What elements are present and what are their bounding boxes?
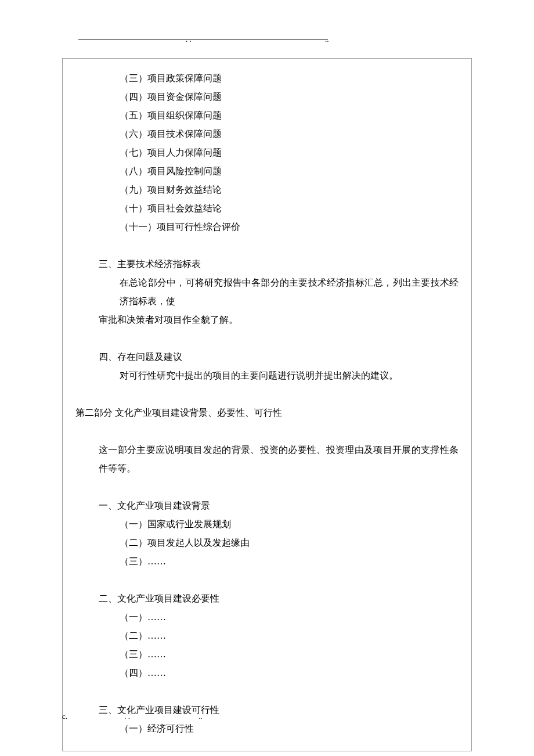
section-title: 三、主要技术经济指标表 (75, 255, 459, 273)
list-item: （三）项目政策保障问题 (75, 69, 459, 88)
header-dots: .. (325, 35, 329, 44)
list-item: （十一）项目可行性综合评价 (75, 218, 459, 236)
page-footer: c. . . .. (62, 712, 203, 721)
paragraph: 这一部分主要应说明项目发起的背景、投资的必要性、投资理由及项目开展的支撑性条件等… (75, 441, 459, 478)
list-item: （一）经济可行性 (75, 719, 459, 738)
list-item: （八）项目风险控制问题 (75, 162, 459, 181)
paragraph: 在总论部分中，可将研究报告中各部分的主要技术经济指标汇总，列出主要技术经济指标表… (75, 273, 459, 311)
section-title: 二、文化产业项目建设必要性 (75, 589, 459, 608)
list-item: （五）项目组织保障问题 (75, 106, 459, 125)
section-title: 四、存在问题及建议 (75, 348, 459, 366)
paragraph-text: 这一部分主要应说明项目发起的背景、投资的必要性、投资理由及项目开展的支撑性条件等… (99, 445, 459, 473)
part-title: 第二部分 文化产业项目建设背景、必要性、可行性 (75, 404, 459, 422)
section-title: 一、文化产业项目建设背景 (75, 496, 459, 515)
list-item: （四）…… (75, 664, 459, 682)
header-dots: . . (186, 35, 192, 44)
list-item: （十）项目社会效益结论 (75, 199, 459, 218)
list-item: （三）…… (75, 645, 459, 664)
footer-dots: . . (124, 712, 130, 721)
list-item: （三）…… (75, 552, 459, 571)
list-item: （六）项目技术保障问题 (75, 125, 459, 143)
header-divider (78, 39, 328, 39)
list-item: （二）…… (75, 627, 459, 645)
list-item: （一）国家或行业发展规划 (75, 515, 459, 534)
paragraph: 审批和决策者对项目作全貌了解。 (75, 311, 459, 329)
footer-text: c. (62, 712, 67, 721)
page-container: . . .. （三）项目政策保障问题 （四）项目资金保障问题 （五）项目组织保障… (0, 0, 534, 756)
list-item: （九）项目财务效益结论 (75, 181, 459, 199)
paragraph-text: 在总论部分中，可将研究报告中各部分的主要技术经济指标汇总，列出主要技术经济指标表… (120, 278, 459, 306)
list-item: （四）项目资金保障问题 (75, 88, 459, 106)
list-item: （一）…… (75, 608, 459, 627)
list-item: （二）项目发起人以及发起缘由 (75, 534, 459, 552)
document-content: （三）项目政策保障问题 （四）项目资金保障问题 （五）项目组织保障问题 （六）项… (62, 58, 472, 751)
list-item: （七）项目人力保障问题 (75, 143, 459, 162)
footer-dots: .. (199, 712, 203, 721)
paragraph: 对可行性研究中提出的项目的主要问题进行说明并提出解决的建议。 (75, 366, 459, 385)
